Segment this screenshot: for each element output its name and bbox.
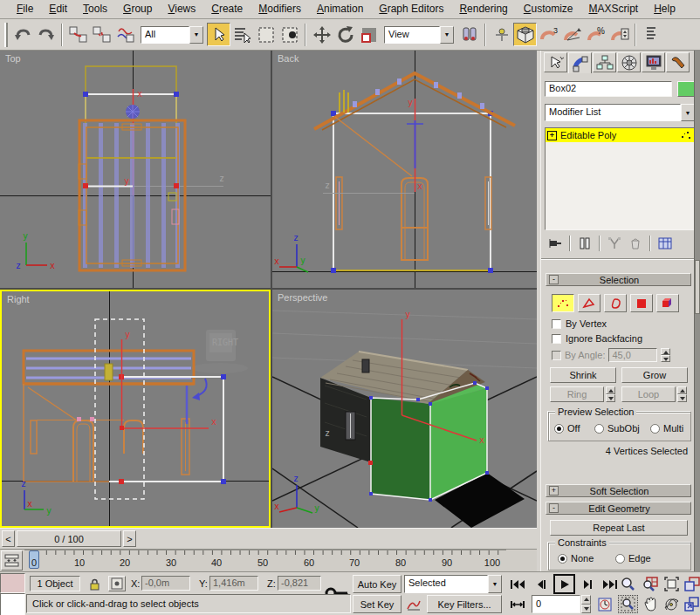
object-name-field[interactable]: Box02 xyxy=(545,81,672,97)
preview-multi-radio-row[interactable]: Multi xyxy=(650,423,683,434)
chevron-down-icon[interactable]: ▼ xyxy=(440,26,454,44)
angle-snap-toggle-icon[interactable] xyxy=(560,23,584,46)
viewport-perspective[interactable]: Perspective xyxy=(272,290,537,528)
tab-create[interactable] xyxy=(544,52,567,72)
viewport-perspective-canvas[interactable]: y x z z x y xyxy=(272,290,537,528)
configure-modifier-sets-icon[interactable] xyxy=(655,235,676,252)
menu-modifiers[interactable]: Modifiers xyxy=(250,0,309,18)
menu-rendering[interactable]: Rendering xyxy=(451,0,515,18)
region-zoom-icon[interactable] xyxy=(618,595,638,613)
selection-region-icon[interactable] xyxy=(254,23,278,46)
by-angle-spinner[interactable] xyxy=(661,348,670,362)
selection-lock-toggle-icon[interactable] xyxy=(86,576,103,591)
preview-off-radio[interactable] xyxy=(554,424,564,434)
preview-subobj-radio[interactable] xyxy=(594,424,604,434)
window-crossing-icon[interactable] xyxy=(278,23,301,46)
expand-icon[interactable]: + xyxy=(549,486,559,495)
maxscript-mini-listener-white[interactable] xyxy=(0,593,25,615)
by-angle-value-field[interactable]: 45,0 xyxy=(608,348,657,362)
menu-help[interactable]: Help xyxy=(646,0,683,18)
menu-views[interactable]: Views xyxy=(160,0,203,18)
constraints-none-radio-row[interactable]: None xyxy=(558,553,594,564)
named-selection-icon[interactable] xyxy=(640,23,663,46)
zoom-all-icon[interactable] xyxy=(640,575,660,593)
percent-snap-icon[interactable]: % xyxy=(584,23,607,46)
preview-multi-radio[interactable] xyxy=(650,424,660,434)
unlink-selection-icon[interactable] xyxy=(90,23,113,46)
constraints-edge-radio-row[interactable]: Edge xyxy=(615,553,651,564)
edit-geometry-rollout-header[interactable]: - Edit Geometry xyxy=(546,502,691,515)
menu-create[interactable]: Create xyxy=(203,0,250,18)
menu-edit[interactable]: Edit xyxy=(41,0,75,18)
preview-subobj-radio-row[interactable]: SubObj xyxy=(594,423,640,434)
menu-graph-editors[interactable]: Graph Editors xyxy=(371,0,451,18)
previous-frame-icon[interactable] xyxy=(532,575,551,593)
current-frame-field[interactable]: 0 xyxy=(532,595,580,613)
by-vertex-checkbox-row[interactable]: By Vertex xyxy=(552,318,607,329)
edge-mode-button[interactable] xyxy=(578,294,600,312)
make-unique-icon[interactable] xyxy=(604,235,625,252)
select-and-manipulate-icon[interactable] xyxy=(490,23,513,46)
ignore-backfacing-checkbox[interactable] xyxy=(552,334,561,344)
key-mode-toggle-icon[interactable] xyxy=(507,595,528,613)
element-mode-button[interactable] xyxy=(656,294,679,312)
select-and-link-icon[interactable] xyxy=(66,23,90,46)
tab-motion[interactable] xyxy=(617,52,641,72)
next-frame-icon[interactable] xyxy=(578,575,597,593)
show-end-result-icon[interactable] xyxy=(574,235,595,252)
viewport-right[interactable]: Right RIGHT xyxy=(0,290,271,528)
angle-snap-icon[interactable]: 3 xyxy=(537,23,560,46)
constraints-edge-radio[interactable] xyxy=(615,554,625,564)
border-mode-button[interactable] xyxy=(604,294,627,312)
scrollbar-thumb[interactable] xyxy=(695,260,700,314)
ignore-backfacing-checkbox-row[interactable]: Ignore Backfacing xyxy=(552,333,642,344)
pan-icon[interactable] xyxy=(640,595,660,613)
viewport-back[interactable]: Back xyxy=(272,51,537,288)
bind-to-spacewarp-icon[interactable] xyxy=(113,23,137,46)
arc-rotate-icon[interactable] xyxy=(662,595,682,613)
remove-modifier-icon[interactable] xyxy=(625,235,646,252)
menu-tools[interactable]: Tools xyxy=(75,0,115,18)
menu-file[interactable]: File xyxy=(9,0,41,18)
chevron-down-icon[interactable]: ▼ xyxy=(681,104,695,121)
tab-display[interactable] xyxy=(642,52,665,72)
shrink-button[interactable]: Shrink xyxy=(550,367,616,383)
ring-button[interactable]: Ring xyxy=(550,386,604,402)
tab-hierarchy[interactable] xyxy=(593,52,616,72)
select-and-rotate-icon[interactable] xyxy=(333,23,357,46)
maxscript-mini-listener-pink[interactable] xyxy=(0,573,25,593)
key-filters-button[interactable]: Key Filters... xyxy=(427,595,502,613)
object-color-swatch[interactable] xyxy=(677,81,695,97)
x-coord-field[interactable]: -0,0m xyxy=(141,576,190,591)
collapse-icon[interactable]: - xyxy=(549,503,559,513)
viewport-top[interactable]: Top xyxy=(0,51,271,288)
by-angle-checkbox[interactable] xyxy=(552,351,561,360)
min-max-toggle-icon[interactable] xyxy=(682,595,700,613)
vertex-mode-button[interactable] xyxy=(552,294,574,312)
modifier-stack-item-editable-poly[interactable]: + Editable Poly xyxy=(546,128,694,142)
previous-frame-arrow[interactable]: < xyxy=(2,530,15,547)
zoom-icon[interactable] xyxy=(618,575,638,593)
redo-icon[interactable] xyxy=(34,23,58,46)
viewport-back-canvas[interactable]: y x z z x y xyxy=(272,51,537,288)
select-and-scale-icon[interactable] xyxy=(357,23,381,46)
zoom-extents-icon[interactable] xyxy=(662,575,682,593)
soft-selection-rollout-header[interactable]: + Soft Selection xyxy=(546,484,691,497)
viewport-top-canvas[interactable]: x y z y z x xyxy=(0,51,271,288)
time-slider-handle[interactable]: 0 / 100 xyxy=(17,530,121,547)
default-tangent-icon[interactable] xyxy=(404,595,423,613)
menu-customize[interactable]: Customize xyxy=(516,0,581,18)
repeat-last-button[interactable]: Repeat Last xyxy=(550,520,688,536)
snaps-toggle-button[interactable] xyxy=(513,23,537,46)
by-vertex-checkbox[interactable] xyxy=(552,319,561,329)
selection-filter-dropdown[interactable]: All ▼ xyxy=(141,26,203,44)
loop-button[interactable]: Loop xyxy=(621,386,676,402)
grow-button[interactable]: Grow xyxy=(621,367,688,383)
tab-modify[interactable] xyxy=(568,52,592,73)
undo-icon[interactable] xyxy=(10,23,34,46)
stack-expand-icon[interactable]: + xyxy=(547,131,557,140)
collapse-icon[interactable]: - xyxy=(549,275,559,284)
pin-stack-icon[interactable] xyxy=(545,235,566,252)
reference-coordinate-dropdown[interactable]: View ▼ xyxy=(384,26,454,44)
menu-maxscript[interactable]: MAXScript xyxy=(581,0,647,18)
